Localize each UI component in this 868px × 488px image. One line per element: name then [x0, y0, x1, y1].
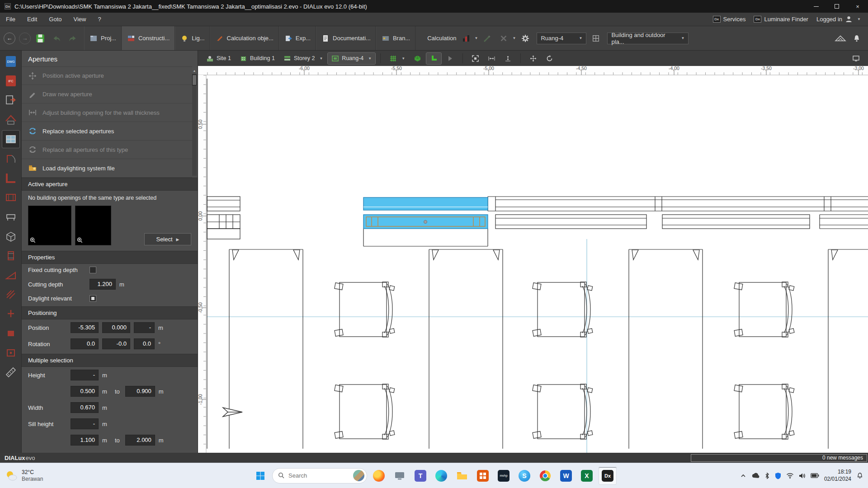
tab-construction[interactable]: Constructi...	[122, 26, 175, 50]
taskbar-clock[interactable]: 18:19 02/01/2024	[824, 469, 851, 483]
play-view-button[interactable]	[443, 53, 458, 64]
roof-tool[interactable]	[2, 111, 19, 128]
app-mvhp[interactable]: mvhp	[495, 467, 513, 485]
door-tool[interactable]	[2, 150, 19, 167]
display-options-button[interactable]	[849, 53, 863, 64]
redo-button[interactable]	[66, 32, 80, 45]
aperture-preview-plan[interactable]	[75, 206, 111, 245]
planning-mode-select[interactable]: Building and outdoor pla... ▼	[607, 33, 689, 44]
tray-chevron-up-icon[interactable]	[740, 473, 746, 479]
tab-calculation-objects[interactable]: Calculation obje...	[210, 26, 279, 50]
services-link[interactable]: Dx Services	[713, 16, 746, 23]
app-remote-desktop[interactable]	[391, 467, 409, 485]
selected-aperture[interactable]	[363, 197, 488, 229]
minimize-button[interactable]	[806, 0, 826, 13]
wand-icon[interactable]	[481, 32, 494, 45]
zoom-in-icon[interactable]	[77, 237, 83, 244]
scroll-up-icon[interactable]: ▲	[192, 67, 197, 74]
app-skype[interactable]: S	[515, 467, 533, 485]
search-input[interactable]	[288, 472, 349, 479]
cancel-dropdown[interactable]: ▼	[512, 36, 516, 40]
app-excel[interactable]: X	[578, 467, 596, 485]
breadcrumb-site[interactable]: Site 1	[203, 53, 235, 64]
move-view-button[interactable]	[526, 53, 541, 64]
app-teams[interactable]: T	[411, 467, 429, 485]
messages-box[interactable]: 0 new messages	[691, 454, 867, 462]
menu-view[interactable]: View	[68, 13, 92, 26]
close-button[interactable]: ×	[847, 0, 868, 13]
weather-widget[interactable]: 32°C Berawan	[5, 469, 43, 483]
back-button[interactable]: ←	[4, 33, 15, 44]
breadcrumb-building[interactable]: Building 1	[236, 53, 278, 64]
furniture-tool[interactable]	[2, 208, 19, 225]
model-export-tool[interactable]	[2, 92, 19, 109]
breadcrumb-storey[interactable]: Storey 2 ▼	[280, 53, 326, 64]
battery-icon[interactable]	[811, 473, 819, 478]
security-shield-icon[interactable]	[775, 472, 781, 479]
maximize-button[interactable]	[826, 0, 847, 13]
logged-in-menu[interactable]: Logged in ▼	[816, 15, 861, 23]
rotate-view-button[interactable]	[542, 53, 557, 64]
calculation-dropdown[interactable]: ▼	[475, 36, 478, 40]
scrollbar-thumb[interactable]	[192, 75, 197, 85]
drafting-tools-icon[interactable]	[834, 32, 847, 45]
wifi-icon[interactable]	[786, 473, 794, 479]
forward-button[interactable]: →	[19, 33, 31, 44]
breadcrumb-room[interactable]: Ruang-4 ▼	[328, 53, 375, 64]
window-tool[interactable]	[2, 189, 19, 206]
zone-tool[interactable]	[2, 325, 19, 342]
save-button[interactable]	[33, 32, 47, 45]
app-store-grid[interactable]	[474, 467, 492, 485]
tab-light[interactable]: Lig...	[175, 26, 210, 50]
taskbar-search[interactable]	[272, 468, 367, 483]
position-z-field[interactable]: -	[134, 322, 155, 333]
panel-scrollbar[interactable]: ▲	[192, 67, 197, 176]
onedrive-cloud-icon[interactable]	[751, 473, 760, 479]
menu-help[interactable]: ?	[92, 13, 107, 26]
daylight-relevant-checkbox[interactable]	[90, 295, 96, 302]
bluetooth-icon[interactable]	[764, 472, 770, 479]
cancel-calculation-icon[interactable]	[497, 32, 510, 45]
height-field[interactable]: -	[71, 370, 99, 380]
tab-branding[interactable]: Bran...	[376, 26, 415, 50]
snap-grid-button[interactable]: ▼	[386, 53, 409, 64]
fixed-cutting-depth-checkbox[interactable]	[90, 267, 96, 273]
height-from-field[interactable]: 0.500	[71, 386, 99, 397]
object-tool[interactable]	[2, 228, 19, 245]
measure-tool[interactable]	[2, 364, 19, 381]
rotation-x-field[interactable]: 0.0	[71, 338, 99, 349]
volume-icon[interactable]	[799, 473, 806, 479]
app-word[interactable]: W	[557, 467, 575, 485]
select-button[interactable]: Select ▶	[144, 233, 191, 245]
search-highlight-image[interactable]	[353, 470, 364, 481]
app-edge[interactable]	[432, 467, 450, 485]
ramp-tool[interactable]	[2, 267, 19, 284]
width-field[interactable]: 0.670	[71, 402, 99, 413]
rotation-z-field[interactable]: 0.0	[134, 338, 155, 349]
notification-bell-icon[interactable]	[850, 32, 863, 45]
menu-file[interactable]: File	[0, 13, 21, 26]
tab-documentation[interactable]: Documentati...	[316, 26, 376, 50]
cutting-depth-field[interactable]: 1.200	[90, 279, 116, 290]
app-firefox[interactable]	[370, 467, 388, 485]
app-dialux[interactable]: Dx	[599, 467, 617, 485]
menu-goto[interactable]: Goto	[43, 13, 67, 26]
rotation-y-field[interactable]: -0.0	[102, 338, 130, 349]
ifc-import-tool[interactable]: IFC	[2, 72, 19, 89]
tab-project[interactable]: Proj...	[84, 26, 122, 50]
start-button[interactable]	[251, 467, 269, 485]
measure-width-button[interactable]	[484, 53, 499, 64]
furniture-desks[interactable]	[335, 282, 794, 439]
height-to-field[interactable]: 0.900	[125, 386, 155, 397]
sill-height-field[interactable]: -	[71, 418, 99, 429]
zoom-in-icon[interactable]	[30, 237, 36, 244]
dwg-import-tool[interactable]: DWG	[2, 53, 19, 70]
menu-edit[interactable]: Edit	[21, 13, 43, 26]
app-chrome[interactable]	[536, 467, 554, 485]
sill-from-field[interactable]: 1.100	[71, 435, 99, 446]
undo-button[interactable]	[50, 32, 63, 45]
aperture-preview-3d[interactable]	[28, 206, 71, 245]
anchor-tool[interactable]	[2, 305, 19, 323]
calculation-button[interactable]	[459, 32, 473, 45]
view-plan-button[interactable]	[426, 53, 441, 64]
